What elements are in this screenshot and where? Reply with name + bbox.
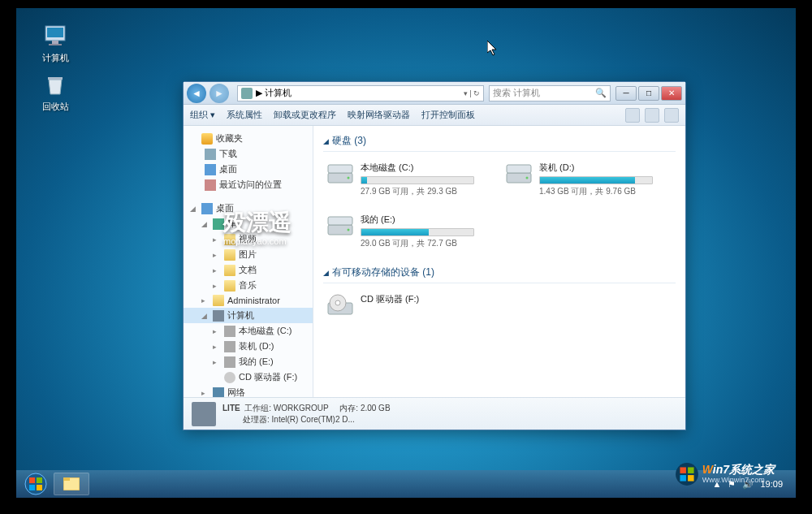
search-input[interactable]: 搜索 计算机 🔍 <box>489 85 611 102</box>
svg-rect-19 <box>37 477 42 483</box>
network-icon <box>213 387 224 398</box>
svg-point-12 <box>348 229 350 231</box>
drive-icon <box>224 341 235 352</box>
folder-icon <box>224 234 235 245</box>
close-button[interactable]: ✕ <box>661 86 682 101</box>
tray-triangle-icon[interactable]: ▲ <box>713 479 722 489</box>
svg-point-16 <box>335 300 340 305</box>
svg-rect-13 <box>328 217 352 225</box>
desktop[interactable]: 计算机 回收站 ◄ ► ▶ 计算机 ▾ | ↻ 搜索 计算机 🔍 ─ □ ✕ <box>16 8 796 498</box>
desktop-icon-label: 回收站 <box>31 101 80 113</box>
svg-rect-21 <box>37 485 42 490</box>
system-properties-button[interactable]: 系统属性 <box>227 109 262 121</box>
system-tray[interactable]: ▲ ⚑ 🔊 19:09 <box>705 479 791 490</box>
sidebar-item-recent[interactable]: 最近访问的位置 <box>184 177 313 192</box>
maximize-button[interactable]: □ <box>638 86 659 101</box>
taskbar-explorer[interactable] <box>54 473 89 495</box>
content-pane[interactable]: ◢硬盘 (3) 本地磁盘 (C:) 27.9 GB 可用，共 29.3 GB <box>313 126 685 397</box>
sidebar-item-disk-d[interactable]: ▸装机 (D:) <box>184 339 313 354</box>
chevron-down-icon[interactable]: ▾ | ↻ <box>464 89 480 97</box>
details-name: LITE <box>222 404 240 412</box>
svg-rect-7 <box>328 165 352 173</box>
drive-f[interactable]: CD 驱动器 (F:) <box>326 293 481 317</box>
svg-rect-2 <box>52 41 58 44</box>
computer-icon <box>213 310 224 322</box>
forward-button[interactable]: ► <box>209 84 229 103</box>
drive-c[interactable]: 本地磁盘 (C:) 27.9 GB 可用，共 29.3 GB <box>326 162 481 197</box>
help-button[interactable] <box>664 108 679 123</box>
desktop-icon <box>201 203 213 214</box>
svg-point-6 <box>348 177 350 179</box>
sidebar-item-administrator[interactable]: ▸Administrator <box>184 293 313 308</box>
desktop-icon-recycle[interactable]: 回收站 <box>31 71 80 113</box>
map-network-drive-button[interactable]: 映射网络驱动器 <box>348 109 410 121</box>
cd-icon <box>224 372 235 383</box>
organize-menu[interactable]: 组织 ▾ <box>190 109 215 121</box>
navigation-pane[interactable]: 收藏夹 下载 桌面 最近访问的位置 ◢桌面 ◢库 ▸视频 ▸图片 ▸文档 ▸音乐… <box>184 126 313 397</box>
drive-stat: 1.43 GB 可用，共 9.76 GB <box>539 186 659 197</box>
search-icon: 🔍 <box>595 88 607 98</box>
sidebar-item-desktop[interactable]: 桌面 <box>184 162 313 177</box>
uninstall-programs-button[interactable]: 卸载或更改程序 <box>274 109 336 121</box>
sidebar-item-music[interactable]: ▸音乐 <box>184 278 313 293</box>
sidebar-item-downloads[interactable]: 下载 <box>184 146 313 162</box>
minimize-button[interactable]: ─ <box>615 86 637 101</box>
breadcrumb-sep: ▶ <box>256 88 262 98</box>
tray-flag-icon[interactable]: ⚑ <box>728 479 736 490</box>
details-pane: LITE 工作组: WORKGROUP 内存: 2.00 GB 处理器: Int… <box>184 397 685 430</box>
svg-rect-23 <box>63 477 70 481</box>
open-control-panel-button[interactable]: 打开控制面板 <box>421 109 475 121</box>
drive-usage-bar <box>361 176 474 184</box>
sidebar-item-pictures[interactable]: ▸图片 <box>184 247 313 262</box>
preview-pane-button[interactable] <box>645 108 659 123</box>
toolbar: 组织 ▾ 系统属性 卸载或更改程序 映射网络驱动器 打开控制面板 <box>184 105 685 126</box>
computer-icon <box>241 88 253 99</box>
tray-volume-icon[interactable]: 🔊 <box>742 479 754 490</box>
breadcrumb[interactable]: 计算机 <box>265 87 292 99</box>
drive-icon <box>224 326 235 337</box>
svg-rect-1 <box>47 28 63 37</box>
download-icon <box>205 149 216 160</box>
drive-usage-bar <box>539 176 653 184</box>
drive-icon <box>326 214 354 238</box>
sidebar-item-videos[interactable]: ▸视频 <box>184 231 313 247</box>
start-button[interactable] <box>21 472 50 496</box>
search-placeholder: 搜索 计算机 <box>493 87 540 99</box>
drive-name: 本地磁盘 (C:) <box>361 162 481 174</box>
drive-e[interactable]: 我的 (E:) 29.0 GB 可用，共 72.7 GB <box>326 214 481 249</box>
back-button[interactable]: ◄ <box>187 84 206 103</box>
sidebar-item-desktop-root[interactable]: ◢桌面 <box>184 201 313 216</box>
drive-d[interactable]: 装机 (D:) 1.43 GB 可用，共 9.76 GB <box>505 162 659 197</box>
titlebar[interactable]: ◄ ► ▶ 计算机 ▾ | ↻ 搜索 计算机 🔍 ─ □ ✕ <box>184 82 685 105</box>
cd-drive-icon <box>326 293 354 317</box>
sidebar-item-computer[interactable]: ◢计算机 <box>184 308 313 323</box>
drive-name: CD 驱动器 (F:) <box>361 293 481 305</box>
folder-icon <box>224 249 235 261</box>
sidebar-item-documents[interactable]: ▸文档 <box>184 262 313 278</box>
taskbar[interactable]: ▲ ⚑ 🔊 19:09 <box>16 470 796 498</box>
svg-rect-4 <box>48 77 63 80</box>
group-header-removable[interactable]: ◢有可移动存储的设备 (1) <box>323 261 676 283</box>
sidebar-item-disk-e[interactable]: ▸我的 (E:) <box>184 354 313 369</box>
sidebar-item-favorites[interactable]: 收藏夹 <box>184 131 313 146</box>
sidebar-item-disk-f[interactable]: CD 驱动器 (F:) <box>184 369 313 385</box>
explorer-window: ◄ ► ▶ 计算机 ▾ | ↻ 搜索 计算机 🔍 ─ □ ✕ 组织 ▾ 系统属性… <box>183 81 686 430</box>
drive-icon <box>326 162 354 186</box>
desktop-icon-computer[interactable]: 计算机 <box>31 23 80 64</box>
svg-rect-20 <box>29 485 35 490</box>
desktop-icon <box>205 164 216 175</box>
svg-rect-10 <box>507 165 531 173</box>
address-bar[interactable]: ▶ 计算机 ▾ | ↻ <box>237 85 484 102</box>
tray-clock[interactable]: 19:09 <box>760 479 783 489</box>
svg-point-17 <box>25 473 46 495</box>
group-header-hdd[interactable]: ◢硬盘 (3) <box>323 129 676 152</box>
star-icon <box>201 133 213 145</box>
svg-point-9 <box>526 177 529 179</box>
sidebar-item-network[interactable]: ▸网络 <box>184 385 313 397</box>
desktop-icon-label: 计算机 <box>31 52 80 64</box>
sidebar-item-libraries[interactable]: ◢库 <box>184 216 313 231</box>
sidebar-item-disk-c[interactable]: ▸本地磁盘 (C:) <box>184 323 313 339</box>
view-button[interactable] <box>625 108 640 123</box>
user-icon <box>213 295 224 306</box>
svg-rect-3 <box>49 44 62 45</box>
